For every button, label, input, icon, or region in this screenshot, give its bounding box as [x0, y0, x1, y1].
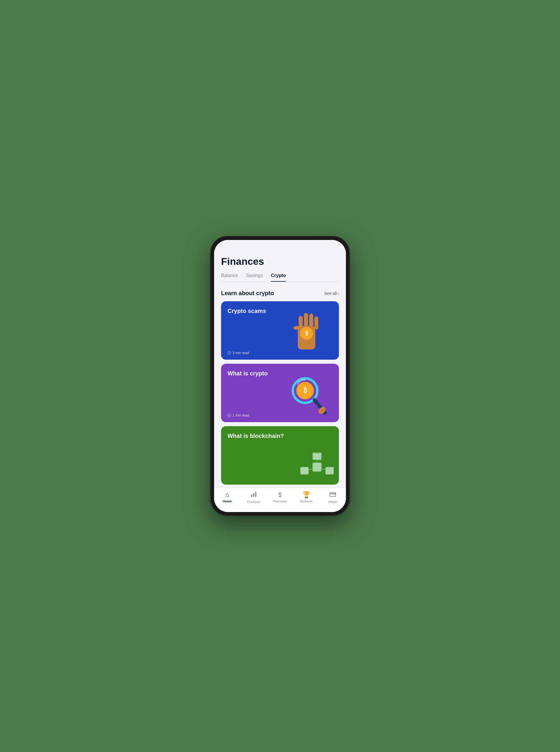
- home-icon: ⌂: [225, 491, 229, 499]
- clock-icon-2: [227, 414, 231, 417]
- svg-rect-5: [294, 326, 300, 330]
- nav-home-label: Home: [223, 500, 232, 503]
- nav-rewards[interactable]: 🏆 Rewards: [298, 491, 315, 503]
- dollar-icon: $: [278, 491, 282, 499]
- tab-crypto[interactable]: Crypto: [271, 273, 286, 282]
- phone-frame: Finances Balance Savings Crypto Learn ab…: [210, 236, 350, 516]
- card-what-is-crypto[interactable]: What is crypto ₿: [221, 364, 339, 422]
- section-title: Learn about crypto: [221, 290, 274, 296]
- card-readtime-crypto-scams: 3 min read: [227, 351, 249, 355]
- tab-bar: Balance Savings Crypto: [221, 273, 339, 282]
- hand-coin-illustration: ₿: [274, 301, 339, 360]
- chevron-right-icon: ›: [338, 291, 339, 296]
- tab-balance[interactable]: Balance: [221, 273, 238, 282]
- svg-rect-25: [253, 493, 254, 497]
- nav-rewards-label: Rewards: [300, 500, 313, 503]
- see-all-link[interactable]: See all ›: [324, 291, 339, 296]
- svg-rect-18: [325, 467, 334, 475]
- svg-rect-3: [309, 313, 313, 329]
- chart-icon: [251, 491, 257, 499]
- cards-list: Crypto scams: [221, 301, 339, 488]
- wallet-icon: [329, 491, 336, 499]
- clock-icon: [227, 351, 231, 355]
- svg-line-20: [308, 468, 313, 470]
- tab-savings[interactable]: Savings: [246, 273, 263, 282]
- card-title-what-is-blockchain: What is blockchain?: [227, 432, 284, 439]
- nav-home[interactable]: ⌂ Home: [218, 491, 236, 503]
- card-readtime-what-is-crypto: 1 min read: [227, 413, 249, 418]
- svg-rect-24: [251, 495, 252, 497]
- phone-screen: Finances Balance Savings Crypto Learn ab…: [214, 240, 346, 512]
- nav-payments-label: Payments: [273, 500, 287, 503]
- svg-rect-26: [255, 492, 256, 497]
- nav-wallet-label: Wallet: [328, 500, 337, 504]
- nav-wallet[interactable]: Wallet: [324, 491, 342, 504]
- card-title-what-is-crypto: What is crypto: [227, 370, 268, 377]
- card-title-crypto-scams: Crypto scams: [227, 308, 266, 314]
- status-bar: [214, 240, 346, 253]
- svg-line-21: [321, 468, 325, 470]
- trophy-icon: 🏆: [302, 491, 310, 499]
- svg-rect-27: [330, 493, 336, 497]
- svg-point-29: [334, 495, 335, 496]
- svg-rect-15: [313, 463, 321, 471]
- svg-rect-4: [315, 316, 318, 330]
- svg-text:₿: ₿: [303, 386, 306, 394]
- section-header: Learn about crypto See all ›: [221, 290, 339, 296]
- card-what-is-blockchain[interactable]: What is blockchain?: [221, 426, 339, 485]
- content-area: Finances Balance Savings Crypto Learn ab…: [214, 253, 346, 488]
- page-title: Finances: [221, 256, 339, 267]
- svg-text:₿: ₿: [305, 330, 308, 336]
- magnifier-coin-illustration: ₿: [274, 364, 339, 422]
- bottom-nav: ⌂ Home Finances $ Payments 🏆 R: [214, 488, 346, 512]
- svg-rect-17: [300, 467, 308, 475]
- nav-finances-label: Finances: [247, 500, 260, 504]
- nav-finances[interactable]: Finances: [245, 491, 262, 504]
- svg-rect-28: [330, 493, 336, 494]
- nav-payments[interactable]: $ Payments: [271, 491, 289, 503]
- svg-rect-2: [304, 313, 308, 329]
- card-crypto-scams[interactable]: Crypto scams: [221, 301, 339, 360]
